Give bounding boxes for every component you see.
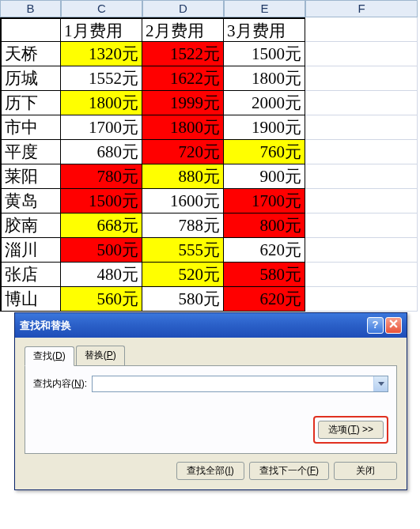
column-header[interactable]: D bbox=[142, 0, 224, 17]
row-name-cell[interactable]: 博山 bbox=[0, 287, 61, 312]
data-cell[interactable]: 500元 bbox=[61, 238, 142, 263]
data-cell[interactable]: 720元 bbox=[142, 140, 224, 164]
data-cell[interactable]: 580元 bbox=[142, 287, 224, 312]
data-cell[interactable]: 620元 bbox=[224, 238, 305, 263]
chevron-down-icon bbox=[378, 382, 384, 387]
find-label: 查找内容(N): bbox=[33, 377, 87, 391]
empty-cell[interactable] bbox=[305, 263, 418, 287]
data-cell[interactable]: 1320元 bbox=[61, 42, 142, 66]
row-name-cell[interactable]: 黄岛 bbox=[0, 189, 61, 213]
empty-cell[interactable] bbox=[305, 164, 418, 189]
data-cell[interactable]: 880元 bbox=[142, 164, 224, 189]
empty-cell[interactable] bbox=[305, 115, 418, 140]
empty-cell[interactable] bbox=[305, 140, 418, 164]
data-cell[interactable]: 1999元 bbox=[142, 91, 224, 115]
empty-cell[interactable] bbox=[305, 91, 418, 115]
data-cell[interactable]: 1700元 bbox=[61, 115, 142, 140]
empty-cell[interactable] bbox=[305, 287, 418, 312]
row-name-cell[interactable]: 张店 bbox=[0, 263, 61, 287]
data-cell[interactable]: 1622元 bbox=[142, 66, 224, 91]
data-cell[interactable]: 1500元 bbox=[61, 189, 142, 213]
options-button[interactable]: 选项(T) >> bbox=[318, 421, 384, 439]
find-combo[interactable] bbox=[92, 376, 388, 392]
row-name-cell[interactable]: 市中 bbox=[0, 115, 61, 140]
column-header[interactable]: C bbox=[61, 0, 142, 17]
data-cell[interactable]: 1600元 bbox=[142, 189, 224, 213]
empty-cell[interactable] bbox=[305, 238, 418, 263]
data-cell[interactable]: 1800元 bbox=[61, 91, 142, 115]
row-name-cell[interactable]: 天桥 bbox=[0, 42, 61, 66]
tab-bar: 查找(D) 替换(P) bbox=[25, 346, 397, 366]
table-header-cell[interactable] bbox=[0, 17, 61, 42]
close-x-button[interactable] bbox=[385, 317, 402, 334]
find-all-button[interactable]: 查找全部(I) bbox=[176, 462, 244, 480]
data-cell[interactable]: 760元 bbox=[224, 140, 305, 164]
empty-cell[interactable] bbox=[305, 189, 418, 213]
tab-replace[interactable]: 替换(P) bbox=[76, 346, 125, 365]
spreadsheet: BCDEF1月费用2月费用3月费用天桥1320元1522元1500元历城1552… bbox=[0, 0, 420, 312]
column-header[interactable]: F bbox=[305, 0, 418, 17]
column-header[interactable]: E bbox=[224, 0, 305, 17]
empty-cell[interactable] bbox=[305, 213, 418, 238]
find-input[interactable] bbox=[93, 376, 373, 391]
dialog-titlebar[interactable]: 查找和替换 ? bbox=[15, 313, 407, 338]
help-button[interactable]: ? bbox=[367, 317, 384, 334]
data-cell[interactable]: 800元 bbox=[224, 213, 305, 238]
data-cell[interactable]: 788元 bbox=[142, 213, 224, 238]
find-next-button[interactable]: 查找下一个(F) bbox=[249, 462, 329, 480]
data-cell[interactable]: 2000元 bbox=[224, 91, 305, 115]
dropdown-button[interactable] bbox=[373, 376, 388, 391]
data-cell[interactable]: 1522元 bbox=[142, 42, 224, 66]
data-cell[interactable]: 580元 bbox=[224, 263, 305, 287]
data-cell[interactable]: 555元 bbox=[142, 238, 224, 263]
row-name-cell[interactable]: 胶南 bbox=[0, 213, 61, 238]
data-cell[interactable]: 668元 bbox=[61, 213, 142, 238]
table-header-cell[interactable]: 1月费用 bbox=[61, 17, 142, 42]
row-name-cell[interactable]: 历下 bbox=[0, 91, 61, 115]
data-cell[interactable]: 620元 bbox=[224, 287, 305, 312]
row-name-cell[interactable]: 平度 bbox=[0, 140, 61, 164]
data-cell[interactable]: 1800元 bbox=[224, 66, 305, 91]
row-name-cell[interactable]: 历城 bbox=[0, 66, 61, 91]
data-cell[interactable]: 900元 bbox=[224, 164, 305, 189]
empty-cell[interactable] bbox=[305, 17, 418, 42]
table-header-cell[interactable]: 3月费用 bbox=[224, 17, 305, 42]
row-name-cell[interactable]: 淄川 bbox=[0, 238, 61, 263]
data-cell[interactable]: 780元 bbox=[61, 164, 142, 189]
options-highlight: 选项(T) >> bbox=[313, 416, 388, 444]
data-cell[interactable]: 520元 bbox=[142, 263, 224, 287]
close-button[interactable]: 关闭 bbox=[334, 462, 397, 480]
empty-cell[interactable] bbox=[305, 66, 418, 91]
data-cell[interactable]: 1500元 bbox=[224, 42, 305, 66]
data-cell[interactable]: 1700元 bbox=[224, 189, 305, 213]
dialog-title: 查找和替换 bbox=[20, 319, 71, 333]
row-name-cell[interactable]: 莱阳 bbox=[0, 164, 61, 189]
find-replace-dialog: 查找和替换 ? 查找(D) 替换(P) 查找内容(N): bbox=[14, 312, 407, 490]
tab-find[interactable]: 查找(D) bbox=[25, 346, 74, 366]
data-cell[interactable]: 1552元 bbox=[61, 66, 142, 91]
tab-panel: 查找内容(N): 选项(T) >> bbox=[25, 366, 397, 454]
data-cell[interactable]: 680元 bbox=[61, 140, 142, 164]
column-header[interactable]: B bbox=[0, 0, 61, 17]
data-cell[interactable]: 1800元 bbox=[142, 115, 224, 140]
empty-cell[interactable] bbox=[305, 42, 418, 66]
data-cell[interactable]: 1900元 bbox=[224, 115, 305, 140]
data-cell[interactable]: 480元 bbox=[61, 263, 142, 287]
data-cell[interactable]: 560元 bbox=[61, 287, 142, 312]
table-header-cell[interactable]: 2月费用 bbox=[142, 17, 224, 42]
